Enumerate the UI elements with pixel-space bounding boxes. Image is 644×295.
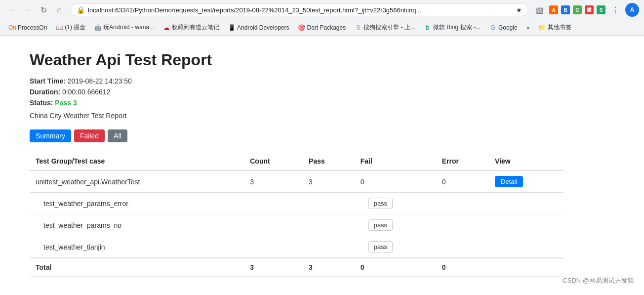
case-view-3 (489, 236, 563, 258)
bookmark-processson-label: ProcessOn (18, 24, 47, 31)
puzzle-icon: ▧ (536, 5, 543, 15)
folder-icon: 📁 (538, 24, 546, 31)
failed-button[interactable]: Failed (74, 129, 105, 142)
start-time-row: Start Time: 2019-08-22 14:23:50 (30, 77, 563, 85)
dart-icon: 🎯 (298, 24, 305, 31)
bookmark-other-label: 其他书签 (548, 23, 571, 32)
status-label: Status: (30, 99, 53, 107)
bookmark-dart-label: Dart Packages (307, 24, 346, 31)
bookmark-android-dev-label: Android Developers (237, 24, 289, 31)
table-header-row: Test Group/Test case Count Pass Fail Err… (30, 152, 563, 170)
group-fail: 0 (355, 170, 436, 193)
star-icon[interactable]: ★ (516, 6, 522, 14)
case-fail-1: pass (355, 193, 436, 214)
bookmark-processson[interactable]: On ProcessOn (5, 23, 51, 33)
ext-abp[interactable]: A (549, 5, 558, 14)
col-header-error: Error (436, 152, 489, 170)
case-error-2 (436, 214, 489, 236)
group-name: unittest_weather_api.WeatherTest (30, 170, 244, 193)
address-text: localhost:63342/PythonDemo/requests_test… (88, 6, 513, 14)
forward-button[interactable]: → (21, 3, 35, 17)
col-header-view: View (489, 152, 563, 170)
android-wana-icon: 🤖 (94, 24, 101, 31)
bookmark-google[interactable]: G Google (485, 23, 522, 33)
group-pass: 3 (303, 170, 355, 193)
bookmark-more[interactable]: » (523, 23, 534, 33)
filter-buttons: Summary Failed All (30, 129, 563, 142)
bookmark-youdao[interactable]: ☁ 收藏到有道云笔记 (159, 22, 223, 33)
bookmark-bing[interactable]: b 微软 Bing 搜索 -... (420, 22, 484, 33)
nav-buttons: ← → ↻ ⌂ (5, 3, 66, 17)
report-title: Weather Api Test Report (30, 51, 563, 69)
case-view-1 (489, 193, 563, 214)
bookmark-sougou-label: 搜狗搜索引擎 - 上... (363, 23, 415, 32)
col-header-fail: Fail (355, 152, 436, 170)
case-fail-3: pass (355, 236, 436, 258)
ext-2[interactable]: C (573, 5, 582, 14)
bing-icon: b (424, 24, 431, 31)
all-button[interactable]: All (108, 129, 127, 142)
ext-3[interactable]: 微 (585, 5, 594, 14)
case-count-2 (244, 214, 303, 236)
total-label: Total (30, 258, 244, 277)
group-view: Detail (489, 170, 563, 193)
reload-button[interactable]: ↻ (37, 3, 50, 17)
start-time-label: Start Time: (30, 77, 66, 85)
bookmark-google-label: Google (498, 24, 518, 31)
bookmark-dart[interactable]: 🎯 Dart Packages (294, 23, 350, 33)
avatar-button[interactable]: A (625, 3, 639, 17)
watermark: CSDN @网易测试开发猿 (563, 276, 634, 285)
case-error-3 (436, 236, 489, 258)
summary-button[interactable]: Summary (30, 129, 71, 142)
bookmark-android-dev[interactable]: 📱 Android Developers (224, 23, 293, 33)
case-name-2: test_weather_params_no (30, 214, 244, 236)
pass-badge-1[interactable]: pass (368, 198, 393, 209)
extensions-button[interactable]: ▧ (532, 3, 546, 17)
total-error: 0 (436, 258, 489, 277)
case-pass-1 (303, 193, 355, 214)
home-button[interactable]: ⌂ (52, 3, 66, 17)
back-button[interactable]: ← (5, 3, 19, 17)
table-row: test_weather_params_error pass (30, 193, 563, 214)
bookmark-android-wana[interactable]: 🤖 玩Android - wana... (90, 22, 158, 33)
bookmark-sougou[interactable]: S 搜狗搜索引擎 - 上... (351, 22, 419, 33)
case-count-3 (244, 236, 303, 258)
ext-se[interactable]: S (597, 5, 605, 14)
case-fail-2: pass (355, 214, 436, 236)
case-count-1 (244, 193, 303, 214)
bookmarks-bar: On ProcessOn 📖 (1) 掘金 🤖 玩Android - wana.… (0, 20, 644, 36)
sougou-icon: S (355, 24, 362, 31)
bookmark-other[interactable]: 📁 其他书签 (534, 22, 575, 33)
bookmark-bing-label: 微软 Bing 搜索 -... (433, 23, 481, 32)
bookmark-youdao-label: 收藏到有道云笔记 (172, 23, 219, 32)
detail-button[interactable]: Detail (495, 176, 523, 187)
pass-badge-2[interactable]: pass (368, 219, 393, 231)
google-icon: G (489, 24, 496, 31)
table-row: test_weather_tianjin pass (30, 236, 563, 258)
total-count: 3 (244, 258, 303, 277)
total-fail: 0 (355, 258, 436, 277)
ext-1[interactable]: B (561, 5, 570, 14)
case-name-3: test_weather_tianjin (30, 236, 244, 258)
table-row: unittest_weather_api.WeatherTest 3 3 0 0… (30, 170, 563, 193)
address-icon: 🔒 (77, 6, 85, 14)
bookmark-more-label: » (526, 24, 530, 31)
report-table: Test Group/Test case Count Pass Fail Err… (30, 152, 563, 277)
duration-row: Duration: 0:00:00.666612 (30, 88, 563, 96)
browser-toolbar: ← → ↻ ⌂ 🔒 localhost:63342/PythonDemo/req… (0, 0, 644, 20)
total-pass: 3 (303, 258, 355, 277)
youdao-icon: ☁ (163, 24, 170, 31)
report-description: China City Weather Test Report (30, 112, 563, 120)
status-value: Pass 3 (55, 99, 77, 107)
pass-badge-3[interactable]: pass (368, 241, 393, 253)
juejin-icon: 📖 (56, 24, 63, 31)
col-header-pass: Pass (303, 152, 355, 170)
address-bar[interactable]: 🔒 localhost:63342/PythonDemo/requests_te… (70, 3, 528, 16)
bookmark-juejin[interactable]: 📖 (1) 掘金 (52, 22, 89, 33)
case-error-1 (436, 193, 489, 214)
more-button[interactable]: ⋮ (608, 3, 622, 17)
browser-actions: ▧ A B C 微 S ⋮ A (532, 3, 639, 17)
col-header-name: Test Group/Test case (30, 152, 244, 170)
processson-icon: On (9, 24, 16, 31)
table-header: Test Group/Test case Count Pass Fail Err… (30, 152, 563, 170)
